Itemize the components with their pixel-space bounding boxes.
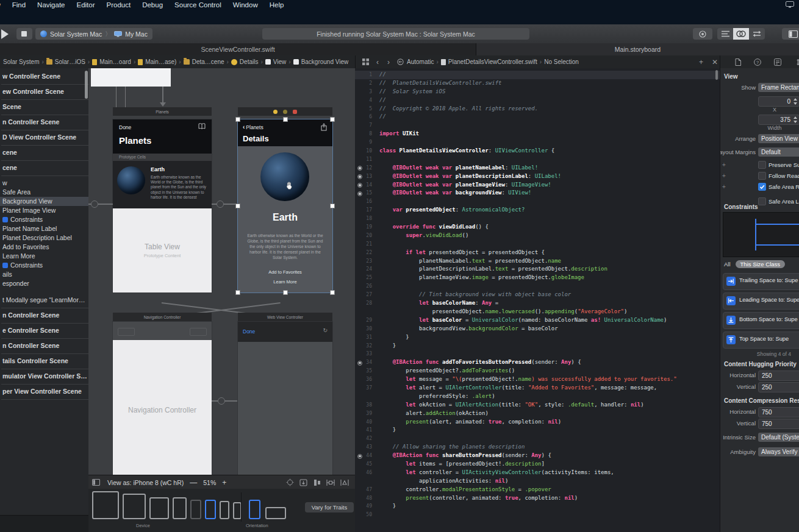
breadcrumb-main-oard[interactable]: Main…oard bbox=[92, 59, 131, 65]
selection-handle[interactable] bbox=[283, 290, 288, 295]
outline-scene-cene[interactable]: cene bbox=[0, 148, 88, 157]
tab-main-storyboard[interactable]: Main.storyboard bbox=[476, 43, 799, 55]
menu-item-window[interactable]: Window bbox=[233, 1, 258, 9]
x-field[interactable]: 0 bbox=[758, 96, 799, 107]
device-button-iphone-4s[interactable] bbox=[233, 502, 242, 519]
add-constraint-plus-icon[interactable]: + bbox=[722, 161, 726, 168]
show-dropdown[interactable]: Frame Rectan bbox=[758, 83, 799, 92]
menu-item-editor[interactable]: Editor bbox=[76, 1, 95, 9]
device-button-iphone-plus[interactable] bbox=[173, 497, 187, 519]
related-items-icon[interactable] bbox=[362, 59, 369, 65]
outline-item-safe-area[interactable]: Safe Area bbox=[0, 188, 88, 197]
outline-item-ails[interactable]: ails bbox=[0, 270, 88, 279]
constraint-row-leading[interactable]: Leading Space to: Supe bbox=[723, 293, 799, 310]
quick-help-icon[interactable]: ? bbox=[754, 59, 761, 66]
outline-scene-tails-controller-scene[interactable]: tails Controller Scene bbox=[0, 356, 88, 366]
compression-horizontal-field[interactable]: 750 bbox=[758, 407, 799, 417]
planet-image-view[interactable] bbox=[260, 152, 309, 201]
menu-item-source-control[interactable]: Source Control bbox=[174, 1, 221, 9]
back-to-planets-button[interactable]: ‹Planets bbox=[243, 124, 263, 130]
table-view-area[interactable]: Table View Prototype Content bbox=[113, 208, 212, 293]
outline-item-constraints[interactable]: Constraints bbox=[0, 215, 88, 224]
breadcrumb-view[interactable]: View bbox=[265, 59, 287, 65]
stepper-icon[interactable] bbox=[793, 98, 798, 105]
breadcrumb-deta-cene[interactable]: Deta…cene bbox=[184, 59, 224, 65]
checkbox[interactable] bbox=[758, 197, 766, 205]
stop-button[interactable] bbox=[16, 28, 32, 40]
intrinsic-size-dropdown[interactable]: Default (Syste bbox=[758, 433, 799, 442]
outline-item-esponder[interactable]: esponder bbox=[0, 279, 88, 288]
outline-item-planet-image-view[interactable]: Planet Image View bbox=[0, 206, 88, 215]
display-status-icon[interactable] bbox=[786, 1, 794, 8]
outline-scene-e-controller-scene[interactable]: e Controller Scene bbox=[0, 326, 88, 335]
web-view-controller-scene[interactable]: Done ↻ bbox=[238, 322, 332, 475]
planets-scene-dock[interactable]: Planets bbox=[113, 107, 212, 116]
learn-more-button[interactable]: Learn More bbox=[238, 279, 332, 285]
orientation-portrait-button[interactable] bbox=[249, 500, 260, 519]
device-button-iphone-x[interactable] bbox=[190, 500, 201, 519]
add-assistant-icon[interactable]: + bbox=[699, 58, 703, 66]
storyboard-canvas[interactable]: Planets Done Planets Prototype Cells Ear… bbox=[88, 68, 355, 475]
device-button-iphone-se[interactable] bbox=[220, 501, 229, 519]
device-button-ipad-pro-12-9[interactable] bbox=[92, 491, 119, 519]
selection-handle[interactable] bbox=[235, 290, 240, 295]
compression-vertical-field[interactable]: 750 bbox=[758, 419, 799, 429]
checkbox[interactable] bbox=[758, 172, 766, 180]
zoom-level[interactable]: 51% bbox=[203, 479, 216, 486]
run-button[interactable] bbox=[1, 29, 9, 39]
navigation-controller-scene-dock[interactable]: Navigation Controller bbox=[113, 313, 212, 321]
assistant-editor-button[interactable] bbox=[733, 28, 749, 40]
version-editor-button[interactable] bbox=[749, 28, 765, 40]
standard-editor-button[interactable] bbox=[717, 28, 733, 40]
share-icon[interactable] bbox=[321, 123, 327, 131]
outline-scene-n-controller-scene[interactable]: n Controller Scene bbox=[0, 118, 88, 127]
device-button-ipad-pro-10-5[interactable] bbox=[123, 494, 146, 519]
planets-scene[interactable]: Done Planets Prototype Cells Earth Earth… bbox=[113, 119, 212, 293]
done-button[interactable]: Done bbox=[243, 328, 255, 335]
exit-icon[interactable] bbox=[293, 110, 297, 114]
zoom-in-button[interactable]: + bbox=[222, 478, 226, 487]
done-button[interactable]: Done bbox=[119, 124, 131, 130]
jump-bar-mode[interactable]: Automatic bbox=[407, 59, 434, 65]
outline-scene-cene[interactable]: cene bbox=[0, 163, 88, 172]
breadcrumb-solar-system[interactable]: Solar System bbox=[3, 59, 39, 65]
outline-scrollbar[interactable] bbox=[85, 71, 88, 99]
zoom-out-button[interactable]: — bbox=[190, 478, 197, 487]
hugging-horizontal-field[interactable]: 250 bbox=[758, 371, 799, 381]
outline-scene-n-controller-scene[interactable]: n Controller Scene bbox=[0, 311, 88, 320]
embed-in-icon[interactable] bbox=[299, 478, 307, 486]
details-scene-dock[interactable] bbox=[238, 107, 332, 116]
refresh-icon[interactable]: ↻ bbox=[323, 327, 328, 333]
breadcrumb-solar-ios[interactable]: Solar…iOS bbox=[46, 59, 85, 65]
orientation-landscape-button[interactable] bbox=[265, 507, 286, 519]
scheme-selector[interactable]: Solar System Mac 〉 My Mac bbox=[35, 28, 152, 40]
breadcrumb-background-view[interactable]: Background View bbox=[293, 59, 349, 65]
arrange-dropdown[interactable]: Position View bbox=[758, 134, 799, 143]
jump-bar-file[interactable]: PlanetDetailsViewController.swift bbox=[448, 59, 537, 65]
outline-item-learn-more[interactable]: Learn More bbox=[0, 252, 88, 261]
close-assistant-icon[interactable]: ✕ bbox=[712, 58, 718, 66]
selection-handle[interactable] bbox=[283, 117, 288, 122]
outline-scene-ew-controller-scene[interactable]: ew Controller Scene bbox=[0, 87, 88, 96]
view-as-label[interactable]: View as: iPhone 8 (wC hR) bbox=[107, 479, 184, 486]
outline-scene-w-controller-scene[interactable]: w Controller Scene bbox=[0, 72, 88, 81]
outline-item-add-to-favorites[interactable]: Add to Favorites bbox=[0, 243, 88, 252]
outline-item-planet-name-label[interactable]: Planet Name Label bbox=[0, 224, 88, 233]
view-controller-icon[interactable] bbox=[273, 110, 278, 114]
details-scene[interactable]: ‹Planets Details Earth Earth otherwise k… bbox=[238, 119, 332, 293]
back-button[interactable]: ‹ bbox=[376, 58, 379, 66]
menu-item-debug[interactable]: Debug bbox=[142, 1, 163, 9]
outline-item-w[interactable]: w bbox=[0, 179, 88, 188]
menu-item-help[interactable]: Help bbox=[270, 1, 284, 9]
jump-bar-selection[interactable]: No Selection bbox=[544, 59, 579, 65]
record-button[interactable] bbox=[693, 28, 712, 40]
outline-item-planet-description-label[interactable]: Planet Description Label bbox=[0, 233, 88, 243]
hugging-vertical-field[interactable]: 250 bbox=[758, 382, 799, 392]
width-field[interactable]: 375 bbox=[758, 115, 799, 125]
tab-sceneviewcontroller[interactable]: SceneViewController.swift bbox=[0, 43, 476, 55]
outline-scene-scene[interactable]: Scene bbox=[0, 102, 88, 112]
stepper-icon[interactable] bbox=[793, 116, 798, 123]
outline-scene-n-controller-scene[interactable]: n Controller Scene bbox=[0, 341, 88, 350]
outline-scene-d-view-controller-scene[interactable]: D View Controller Scene bbox=[0, 133, 88, 142]
navigator-panel-toggle[interactable] bbox=[782, 28, 799, 40]
